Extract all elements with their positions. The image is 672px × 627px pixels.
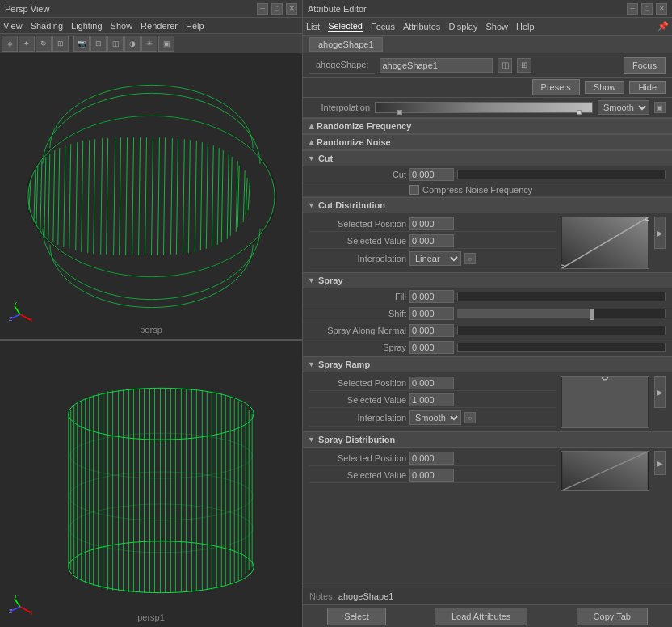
cutdist-btn[interactable]: ○ [464, 253, 476, 264]
tb-grid[interactable]: ⊟ [90, 36, 107, 52]
sprayramp-pos-row: Selected Position [309, 376, 556, 391]
sprayramp-interp-select[interactable]: Smooth Linear [410, 410, 461, 425]
section-randomize-frequency[interactable]: ▶ Randomize Frequency [303, 118, 672, 134]
interp-extra-btn1[interactable]: ▣ [654, 102, 666, 113]
shape-icon-btn2[interactable]: ⊞ [517, 58, 531, 73]
attr-maximize[interactable]: □ [641, 3, 653, 15]
spraydist-pos-input[interactable] [410, 452, 454, 465]
maximize-button[interactable]: □ [271, 3, 283, 15]
menu-renderer[interactable]: Renderer [141, 21, 178, 31]
viewport-bottom-area[interactable]: persp1 X Y Z [0, 341, 302, 627]
spray-shift-slider[interactable] [457, 309, 666, 318]
spraydist-val-input[interactable] [410, 469, 454, 482]
svg-text:Z: Z [9, 608, 13, 614]
minimize-button[interactable]: ─ [257, 3, 268, 15]
section-randomize-noise[interactable]: ▶ Randomize Noise [303, 134, 672, 150]
section-spray-ramp[interactable]: ▼ Spray Ramp [303, 356, 672, 372]
tb-select[interactable]: ◈ [2, 36, 18, 52]
pin-icon[interactable]: 📌 [657, 21, 669, 32]
cutdist-ramp-btn[interactable]: ▶ [654, 217, 666, 249]
compress-noise-checkbox[interactable] [410, 185, 419, 195]
svg-text:X: X [31, 318, 32, 323]
menu-attributes[interactable]: Attributes [403, 22, 440, 32]
attr-minimize[interactable]: ─ [627, 3, 638, 15]
spray-spray-input[interactable] [410, 341, 454, 354]
viewport-top-area[interactable]: ring lines [0, 53, 302, 339]
spray-fill-input[interactable] [410, 290, 454, 303]
menu-show[interactable]: Show [111, 21, 133, 31]
section-spray[interactable]: ▼ Spray [303, 272, 672, 288]
spray-shift-input[interactable] [410, 307, 454, 320]
tb-wire[interactable]: ◫ [107, 36, 124, 52]
attr-close[interactable]: ✕ [656, 3, 667, 15]
cutdist-val-input[interactable] [410, 234, 454, 247]
svg-line-99 [11, 607, 20, 611]
menu-focus[interactable]: Focus [371, 22, 395, 32]
section-spray-distribution[interactable]: ▼ Spray Distribution [303, 431, 672, 448]
menu-show[interactable]: Show [485, 22, 508, 32]
shape-icon-btn1[interactable]: ◫ [498, 58, 512, 73]
sprayramp-ramp-btn[interactable]: ▶ [654, 376, 666, 408]
spray-shift-row: Shift [303, 305, 672, 322]
select-button[interactable]: Select [327, 608, 386, 625]
spray-along-slider[interactable] [457, 326, 666, 335]
spray-dist-ramp-row: Selected Position Selected Value [303, 448, 672, 494]
menu-selected[interactable]: Selected [328, 21, 363, 32]
spray-ramp-ramp-row: Selected Position Selected Value Interpo… [303, 372, 672, 431]
tb-light[interactable]: ☀ [141, 36, 158, 52]
tb-rotate[interactable]: ↻ [36, 36, 52, 52]
tb-cam[interactable]: 📷 [74, 36, 90, 52]
axis-indicator-bottom: X Y Z [8, 595, 32, 619]
tb-shaded[interactable]: ◑ [124, 36, 141, 52]
menu-shading[interactable]: Shading [31, 21, 63, 31]
attr-tab-item[interactable]: ahogeShape1 [309, 37, 383, 52]
menu-lighting[interactable]: Lighting [71, 21, 103, 31]
copy-tab-button[interactable]: Copy Tab [577, 608, 648, 625]
spraydist-ramp-btn[interactable]: ▶ [654, 451, 666, 475]
sprayramp-val-input[interactable] [410, 393, 454, 406]
gradient-bar [375, 102, 593, 113]
compress-noise-text: Compress Noise Frequency [422, 185, 532, 195]
section-cut-distribution[interactable]: ▼ Cut Distribution [303, 197, 672, 213]
tb-render[interactable]: ▣ [158, 36, 174, 52]
presets-button[interactable]: Presets [532, 79, 580, 95]
spray-ramp-canvas [561, 376, 649, 428]
section-title-noise: Randomize Noise [317, 137, 391, 147]
spray-spray-slider[interactable] [457, 343, 666, 352]
hide-button[interactable]: Hide [629, 81, 666, 94]
show-button[interactable]: Show [585, 81, 625, 94]
tb-scale[interactable]: ⊞ [52, 36, 69, 52]
interpolation-select[interactable]: Smooth Linear Spline [598, 100, 649, 115]
cut-value-input[interactable] [410, 168, 454, 181]
cutdist-val-label: Selected Value [309, 236, 406, 246]
cutdist-interp-select[interactable]: Linear Smooth [410, 251, 461, 266]
focus-button[interactable]: Focus [624, 57, 666, 74]
menu-display[interactable]: Display [448, 22, 477, 32]
menu-view[interactable]: View [3, 21, 23, 31]
sprayramp-btn[interactable]: ○ [464, 412, 476, 423]
svg-text:Y: Y [14, 595, 18, 599]
menu-help[interactable]: Help [186, 21, 204, 31]
sprayramp-val-row: Selected Value [309, 393, 556, 408]
spray-fill-label: Fill [309, 292, 406, 301]
viewport-toolbar: ◈ ✦ ↻ ⊞ 📷 ⊟ ◫ ◑ ☀ ▣ [0, 34, 302, 53]
section-cut[interactable]: ▼ Cut [303, 150, 672, 166]
menu-list[interactable]: List [306, 22, 320, 32]
spray-along-input[interactable] [410, 324, 454, 337]
sprayramp-pos-input[interactable] [410, 377, 454, 389]
cut-slider[interactable] [457, 170, 666, 179]
tb-move[interactable]: ✦ [19, 36, 35, 52]
attr-top-row: ahogeShape: ◫ ⊞ Focus [303, 53, 672, 78]
menu-help-attr[interactable]: Help [516, 22, 535, 32]
shape-name-input[interactable] [380, 58, 493, 73]
load-attributes-button[interactable]: Load Attributes [435, 608, 527, 625]
close-button[interactable]: ✕ [286, 3, 297, 15]
viewport-top-canvas: ring lines [0, 53, 302, 339]
viewport-win-buttons: ─ □ ✕ [257, 3, 297, 15]
cut-label: Cut [309, 170, 406, 179]
svg-line-98 [15, 599, 20, 607]
shape-label: ahogeShape: [309, 57, 375, 74]
cutdist-pos-input[interactable] [410, 217, 454, 230]
spray-fill-slider[interactable] [457, 292, 666, 301]
spray-fill-row: Fill [303, 288, 672, 305]
